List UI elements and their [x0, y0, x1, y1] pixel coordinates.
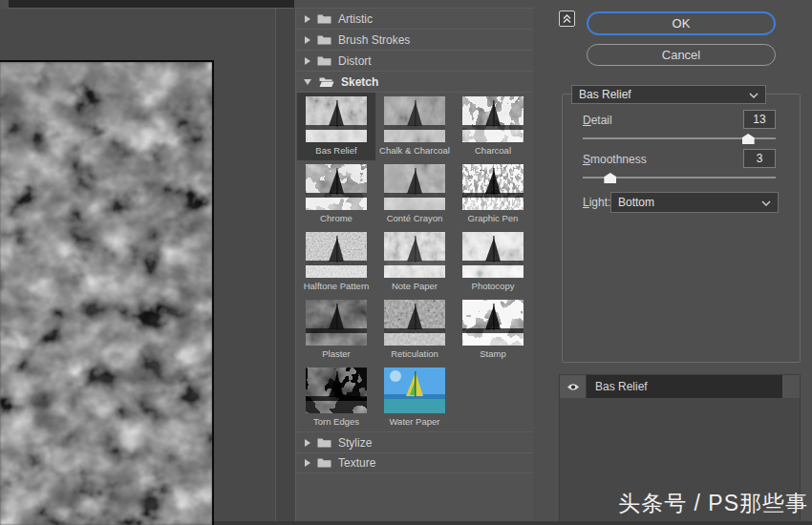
filter-thumb-image [462, 164, 524, 210]
category-label: Brush Strokes [338, 33, 410, 47]
filter-thumb-label: Photocopy [454, 281, 532, 291]
filter-thumb-label: Stamp [454, 348, 532, 359]
filter-thumb-image [462, 300, 524, 346]
filter-thumb-torn-edges[interactable]: Torn Edges [297, 364, 375, 431]
filter-select-dropdown[interactable]: Bas Relief [571, 85, 766, 104]
smoothness-label: Smoothness [583, 153, 647, 166]
light-label: Light: [583, 196, 610, 209]
top-dark-strip [9, 0, 294, 9]
bottom-edge-strip [214, 521, 812, 525]
filter-thumb-conte-crayon[interactable]: Conté Crayon [375, 160, 454, 228]
filter-thumb-note-paper[interactable]: Note Paper [375, 228, 454, 296]
triangle-expanded-icon [304, 79, 311, 85]
folder-closed-icon [317, 457, 331, 469]
filter-thumb-label: Torn Edges [297, 416, 375, 427]
filter-thumb-reticulation[interactable]: Reticulation [375, 296, 454, 364]
filter-thumb-image [384, 368, 445, 413]
detail-slider[interactable] [583, 133, 776, 144]
smoothness-value-field[interactable]: 3 [743, 149, 776, 168]
detail-value-field[interactable]: 13 [743, 110, 776, 129]
slider-thumb[interactable] [742, 134, 755, 144]
slider-thumb[interactable] [604, 173, 616, 183]
eye-icon [566, 378, 580, 395]
filter-thumb-label: Chalk & Charcoal [375, 145, 454, 156]
filter-thumb-bas-relief[interactable]: Bas Relief [297, 93, 375, 160]
category-stylize[interactable]: Stylize [296, 431, 533, 452]
chevron-down-icon [761, 196, 771, 209]
filter-thumb-halftone-pattern[interactable]: Halftone Pattern [297, 228, 375, 296]
filter-thumb-label: Graphic Pen [454, 213, 532, 223]
ok-button[interactable]: OK [587, 11, 776, 35]
triangle-collapsed-icon [305, 439, 310, 447]
sketch-thumbnails: Bas ReliefChalk & CharcoalCharcoalChrome… [296, 92, 533, 431]
effect-layer-name: Bas Relief [587, 375, 782, 398]
detail-label: Detail [583, 114, 612, 127]
filter-thumb-image [384, 96, 445, 142]
filter-thumb-image [384, 300, 445, 346]
triangle-collapsed-icon [305, 36, 310, 44]
filter-thumb-chalk-charcoal[interactable]: Chalk & Charcoal [375, 93, 454, 160]
chevron-down-icon [749, 88, 759, 101]
filter-thumb-image [462, 96, 524, 142]
filter-gallery-dialog: Artistic Brush Strokes Distort [0, 0, 812, 525]
filter-thumb-image [384, 232, 445, 278]
filter-thumb-stamp[interactable]: Stamp [454, 296, 532, 364]
category-label: Artistic [338, 12, 373, 26]
filter-thumb-label: Plaster [297, 348, 375, 359]
category-label: Sketch [341, 75, 378, 89]
filter-thumb-image [306, 232, 367, 278]
category-sketch[interactable]: Sketch [296, 71, 533, 92]
folder-closed-icon [317, 13, 331, 25]
double-chevron-up-icon [563, 10, 571, 28]
collapse-panel-button[interactable] [559, 10, 575, 27]
preview-image[interactable] [0, 60, 214, 525]
cancel-button[interactable]: Cancel [587, 44, 776, 66]
filter-thumb-label: Charcoal [454, 145, 532, 156]
preview-divider-strip [276, 9, 295, 525]
filter-thumb-image [384, 164, 445, 210]
filter-thumb-label: Water Paper [375, 416, 454, 427]
category-label: Stylize [338, 436, 372, 450]
filter-thumb-chrome[interactable]: Chrome [297, 160, 375, 228]
filter-thumb-label: Bas Relief [297, 145, 375, 156]
light-select-value: Bottom [618, 196, 654, 209]
filter-category-list: Artistic Brush Strokes Distort [295, 8, 533, 525]
triangle-collapsed-icon [305, 15, 310, 23]
layer-row-spacer [782, 375, 800, 398]
filter-thumb-image [306, 300, 367, 346]
watermark-text: 头条号 / PS那些事 [618, 489, 808, 518]
filter-thumb-image [462, 232, 524, 278]
smoothness-slider[interactable] [583, 172, 776, 183]
filter-thumb-photocopy[interactable]: Photocopy [454, 228, 532, 296]
category-label: Distort [338, 54, 372, 68]
effect-layer-row[interactable]: Bas Relief [560, 375, 800, 398]
category-distort[interactable]: Distort [296, 50, 533, 71]
folder-closed-icon [317, 437, 331, 449]
category-artistic[interactable]: Artistic [296, 8, 533, 29]
triangle-collapsed-icon [305, 459, 310, 467]
filter-select-value: Bas Relief [579, 88, 631, 101]
filter-thumb-graphic-pen[interactable]: Graphic Pen [454, 160, 532, 228]
filter-thumb-label: Reticulation [375, 348, 454, 359]
filter-thumb-image [306, 368, 367, 413]
filter-thumb-label: Conté Crayon [375, 213, 454, 223]
folder-closed-icon [317, 34, 331, 46]
filter-thumb-plaster[interactable]: Plaster [297, 296, 375, 364]
light-select-dropdown[interactable]: Bottom [610, 192, 779, 213]
filter-thumb-water-paper[interactable]: Water Paper [375, 364, 454, 431]
filter-thumb-label: Note Paper [375, 281, 454, 291]
category-texture[interactable]: Texture [296, 452, 533, 473]
filter-thumb-charcoal[interactable]: Charcoal [454, 93, 532, 160]
category-brush-strokes[interactable]: Brush Strokes [296, 29, 533, 50]
filter-thumb-label: Chrome [297, 213, 375, 223]
filter-thumb-image [306, 96, 367, 142]
filter-thumb-image [306, 164, 367, 210]
folder-closed-icon [317, 55, 331, 67]
layer-visibility-toggle[interactable] [560, 375, 587, 398]
category-label: Texture [338, 456, 375, 470]
triangle-collapsed-icon [305, 57, 310, 65]
folder-open-icon [319, 76, 334, 88]
filter-thumb-label: Halftone Pattern [297, 281, 375, 291]
